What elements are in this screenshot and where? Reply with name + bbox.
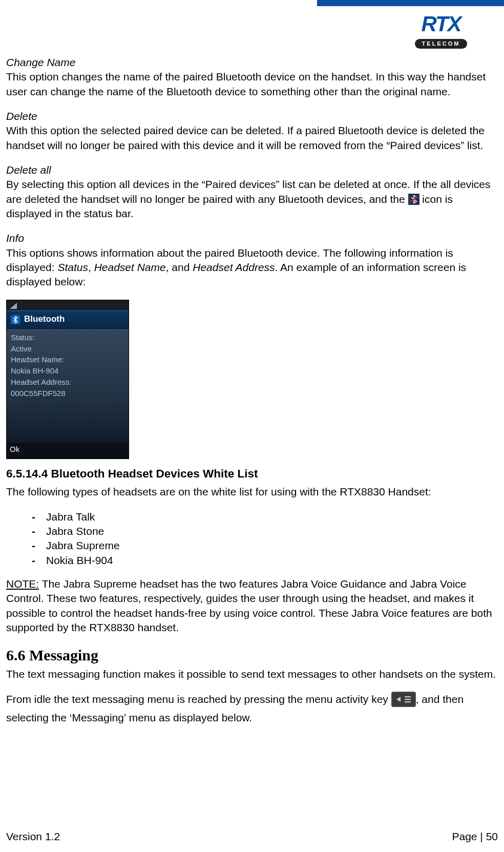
logo-subtext: TELECOM bbox=[415, 39, 468, 49]
logo-text: RTX bbox=[397, 13, 485, 35]
bt-line: Nokia BH-904 bbox=[11, 365, 124, 377]
svg-rect-4 bbox=[392, 693, 415, 706]
page-footer: Version 1.2 Page | 50 bbox=[6, 829, 498, 844]
signal-icon bbox=[10, 303, 17, 309]
bt-softkey-ok: Ok bbox=[7, 443, 129, 459]
bt-line: Headset Name: bbox=[11, 354, 124, 365]
footer-version: Version 1.2 bbox=[6, 829, 60, 844]
info-status: Status bbox=[57, 261, 88, 273]
whitelist-note: NOTE: The Jabra Supreme headset has the … bbox=[6, 577, 498, 635]
note-body: The Jabra Supreme headset has the two fe… bbox=[6, 578, 492, 633]
heading-info: Info bbox=[6, 231, 498, 245]
bt-header: Bluetooth bbox=[7, 310, 129, 329]
heading-delete-all: Delete all bbox=[6, 163, 498, 177]
heading-messaging: 6.6 Messaging bbox=[6, 645, 498, 666]
list-item: Jabra Talk bbox=[32, 510, 498, 524]
messaging-p1: The text messaging function makes it pos… bbox=[6, 667, 498, 681]
info-headset-name: Headset Name bbox=[94, 261, 166, 273]
svg-marker-2 bbox=[10, 303, 17, 309]
bt-line: Headset Address: bbox=[11, 377, 124, 388]
body-change-name: This option changes the name of the pair… bbox=[6, 71, 486, 97]
whitelist-list: Jabra Talk Jabra Stone Jabra Supreme Nok… bbox=[6, 510, 498, 568]
body-delete: With this option the selected paired dev… bbox=[6, 124, 485, 151]
bt-line: Active bbox=[11, 343, 124, 355]
sep: , bbox=[88, 261, 94, 273]
bluetooth-info-screenshot: Bluetooth Status: Active Headset Name: N… bbox=[6, 300, 129, 459]
logo: RTX TELECOM bbox=[397, 13, 485, 49]
footer-page: Page | 50 bbox=[452, 829, 498, 844]
bt-line: 000C55FDF528 bbox=[11, 388, 124, 399]
bluetooth-disabled-icon bbox=[408, 194, 419, 205]
heading-delete: Delete bbox=[6, 109, 498, 123]
whitelist-intro: The following types of headsets are on t… bbox=[6, 485, 498, 499]
sep: , and bbox=[166, 261, 193, 273]
svg-rect-7 bbox=[405, 701, 411, 702]
messaging-p2-before: From idle the text messaging menu is rea… bbox=[6, 693, 391, 705]
list-item: Jabra Stone bbox=[32, 524, 498, 538]
info-headset-address: Headset Address bbox=[193, 261, 275, 273]
list-item: Jabra Supreme bbox=[32, 538, 498, 553]
svg-rect-6 bbox=[405, 699, 411, 700]
heading-whitelist: 6.5.14.4 Bluetooth Headset Devices White… bbox=[6, 466, 498, 482]
messaging-p2: From idle the text messaging menu is rea… bbox=[6, 692, 498, 725]
bt-line: Status: bbox=[11, 332, 124, 343]
menu-activity-key-icon bbox=[391, 692, 416, 711]
svg-rect-5 bbox=[405, 696, 411, 697]
heading-change-name: Change Name bbox=[6, 55, 498, 70]
note-label: NOTE: bbox=[6, 578, 39, 590]
page-content: Change Name This option changes the name… bbox=[6, 55, 498, 736]
bt-status-bar bbox=[7, 300, 129, 310]
list-item: Nokia BH-904 bbox=[32, 553, 498, 568]
bt-header-title: Bluetooth bbox=[24, 314, 65, 325]
bluetooth-icon bbox=[11, 315, 20, 324]
bt-body: Status: Active Headset Name: Nokia BH-90… bbox=[7, 329, 129, 447]
header-stripe bbox=[317, 0, 504, 6]
